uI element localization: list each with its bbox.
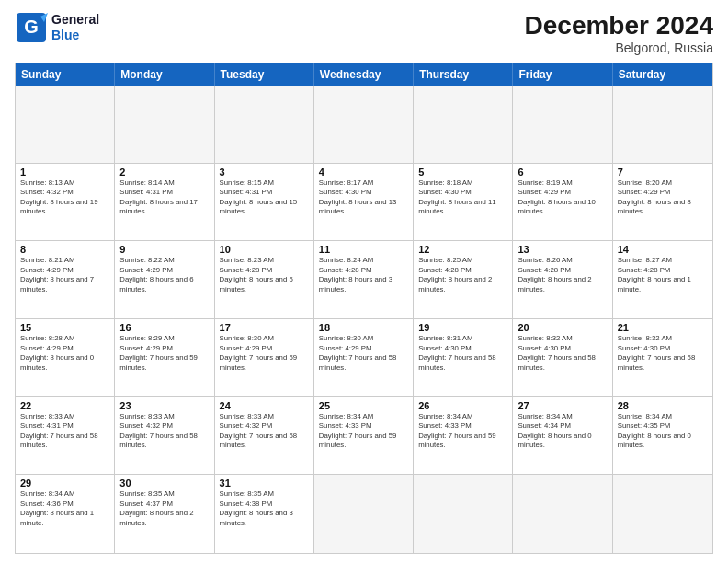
calendar-cell: 25Sunrise: 8:34 AMSunset: 4:33 PMDayligh… (314, 397, 414, 475)
cell-info: Sunrise: 8:30 AMSunset: 4:29 PMDaylight:… (220, 334, 309, 373)
day-number: 23 (119, 400, 209, 411)
calendar-cell: 27Sunrise: 8:34 AMSunset: 4:34 PMDayligh… (513, 397, 612, 475)
calendar-cell (314, 475, 414, 553)
cell-info: Sunrise: 8:17 AMSunset: 4:30 PMDaylight:… (319, 178, 408, 217)
header-day-saturday: Saturday (613, 63, 712, 86)
calendar-cell: 23Sunrise: 8:33 AMSunset: 4:32 PMDayligh… (115, 397, 214, 475)
header-day-sunday: Sunday (16, 63, 115, 86)
day-number: 19 (418, 322, 507, 333)
cell-info: Sunrise: 8:33 AMSunset: 4:31 PMDaylight:… (20, 412, 109, 451)
header-day-monday: Monday (115, 63, 214, 86)
day-number: 28 (618, 400, 708, 411)
logo-text-block: General Blue (51, 12, 99, 43)
header-day-tuesday: Tuesday (215, 63, 314, 86)
calendar-cell: 2Sunrise: 8:14 AMSunset: 4:31 PMDaylight… (115, 164, 214, 241)
cell-info: Sunrise: 8:22 AMSunset: 4:29 PMDaylight:… (119, 256, 209, 294)
calendar-cell (115, 86, 214, 163)
cell-info: Sunrise: 8:20 AMSunset: 4:29 PMDaylight:… (618, 178, 708, 217)
day-number: 27 (518, 400, 607, 411)
cell-info: Sunrise: 8:25 AMSunset: 4:28 PMDaylight:… (418, 256, 507, 294)
day-number: 21 (618, 322, 708, 333)
day-number: 9 (119, 244, 209, 255)
day-number: 14 (618, 244, 708, 255)
header-day-friday: Friday (513, 63, 612, 86)
day-number: 5 (418, 167, 507, 178)
day-number: 1 (20, 167, 109, 178)
cell-info: Sunrise: 8:34 AMSunset: 4:34 PMDaylight:… (518, 412, 607, 451)
location-title: Belgorod, Russia (525, 40, 713, 55)
day-number: 6 (518, 167, 607, 178)
cell-info: Sunrise: 8:19 AMSunset: 4:29 PMDaylight:… (518, 178, 607, 217)
header-day-wednesday: Wednesday (314, 63, 414, 86)
day-number: 22 (20, 400, 109, 411)
calendar-cell: 5Sunrise: 8:18 AMSunset: 4:30 PMDaylight… (414, 164, 513, 241)
day-number: 10 (220, 244, 309, 255)
calendar-cell: 7Sunrise: 8:20 AMSunset: 4:29 PMDaylight… (613, 164, 712, 241)
calendar-cell: 6Sunrise: 8:19 AMSunset: 4:29 PMDaylight… (513, 164, 612, 241)
cell-info: Sunrise: 8:34 AMSunset: 4:33 PMDaylight:… (418, 412, 507, 451)
title-block: December 2024 Belgorod, Russia (525, 11, 713, 55)
cell-info: Sunrise: 8:31 AMSunset: 4:30 PMDaylight:… (418, 334, 507, 373)
calendar-cell: 28Sunrise: 8:34 AMSunset: 4:35 PMDayligh… (613, 397, 712, 475)
cell-info: Sunrise: 8:33 AMSunset: 4:32 PMDaylight:… (220, 412, 309, 451)
cell-info: Sunrise: 8:28 AMSunset: 4:29 PMDaylight:… (20, 334, 109, 373)
calendar-row-4: 22Sunrise: 8:33 AMSunset: 4:31 PMDayligh… (16, 397, 712, 476)
calendar-body: 1Sunrise: 8:13 AMSunset: 4:32 PMDaylight… (16, 86, 712, 553)
calendar-row-0 (16, 86, 712, 164)
calendar-cell: 8Sunrise: 8:21 AMSunset: 4:29 PMDaylight… (16, 241, 115, 318)
calendar-cell: 13Sunrise: 8:26 AMSunset: 4:28 PMDayligh… (513, 241, 612, 318)
cell-info: Sunrise: 8:34 AMSunset: 4:36 PMDaylight:… (20, 489, 109, 528)
day-number: 26 (418, 400, 507, 411)
calendar-cell: 10Sunrise: 8:23 AMSunset: 4:28 PMDayligh… (215, 241, 314, 318)
day-number: 7 (618, 167, 708, 178)
calendar-cell: 31Sunrise: 8:35 AMSunset: 4:38 PMDayligh… (215, 475, 314, 553)
calendar-cell: 14Sunrise: 8:27 AMSunset: 4:28 PMDayligh… (613, 241, 712, 318)
calendar-cell: 26Sunrise: 8:34 AMSunset: 4:33 PMDayligh… (414, 397, 513, 475)
logo: G General Blue (15, 11, 99, 44)
header-day-thursday: Thursday (414, 63, 513, 86)
cell-info: Sunrise: 8:26 AMSunset: 4:28 PMDaylight:… (518, 256, 607, 294)
day-number: 30 (119, 477, 209, 488)
calendar-cell: 11Sunrise: 8:24 AMSunset: 4:28 PMDayligh… (314, 241, 414, 318)
cell-info: Sunrise: 8:32 AMSunset: 4:30 PMDaylight:… (618, 334, 708, 373)
calendar-cell: 3Sunrise: 8:15 AMSunset: 4:31 PMDaylight… (215, 164, 314, 241)
day-number: 8 (20, 244, 109, 255)
cell-info: Sunrise: 8:34 AMSunset: 4:33 PMDaylight:… (319, 412, 408, 451)
calendar-cell: 22Sunrise: 8:33 AMSunset: 4:31 PMDayligh… (16, 397, 115, 475)
day-number: 17 (220, 322, 309, 333)
calendar-cell (414, 475, 513, 553)
day-number: 31 (220, 477, 309, 488)
calendar-cell (414, 86, 513, 163)
day-number: 3 (220, 167, 309, 178)
calendar-row-3: 15Sunrise: 8:28 AMSunset: 4:29 PMDayligh… (16, 319, 712, 397)
cell-info: Sunrise: 8:21 AMSunset: 4:29 PMDaylight:… (20, 256, 109, 294)
day-number: 15 (20, 322, 109, 333)
cell-info: Sunrise: 8:33 AMSunset: 4:32 PMDaylight:… (119, 412, 209, 451)
logo-line1: General (51, 12, 99, 28)
cell-info: Sunrise: 8:14 AMSunset: 4:31 PMDaylight:… (119, 178, 209, 217)
calendar-cell (613, 475, 712, 553)
svg-text:G: G (24, 17, 39, 37)
day-number: 24 (220, 400, 309, 411)
calendar-cell (613, 86, 712, 163)
day-number: 2 (119, 167, 209, 178)
logo-line2: Blue (51, 28, 79, 43)
day-number: 4 (319, 167, 408, 178)
calendar-cell: 19Sunrise: 8:31 AMSunset: 4:30 PMDayligh… (414, 319, 513, 396)
calendar-cell: 18Sunrise: 8:30 AMSunset: 4:29 PMDayligh… (314, 319, 414, 396)
day-number: 16 (119, 322, 209, 333)
calendar-cell (314, 86, 414, 163)
month-title: December 2024 (525, 11, 713, 40)
calendar-row-5: 29Sunrise: 8:34 AMSunset: 4:36 PMDayligh… (16, 475, 712, 553)
calendar-cell: 29Sunrise: 8:34 AMSunset: 4:36 PMDayligh… (16, 475, 115, 553)
calendar-cell (16, 86, 115, 163)
cell-info: Sunrise: 8:35 AMSunset: 4:37 PMDaylight:… (119, 489, 209, 528)
cell-info: Sunrise: 8:13 AMSunset: 4:32 PMDaylight:… (20, 178, 109, 217)
calendar-cell: 16Sunrise: 8:29 AMSunset: 4:29 PMDayligh… (115, 319, 214, 396)
day-number: 12 (418, 244, 507, 255)
calendar-cell: 9Sunrise: 8:22 AMSunset: 4:29 PMDaylight… (115, 241, 214, 318)
calendar-cell: 17Sunrise: 8:30 AMSunset: 4:29 PMDayligh… (215, 319, 314, 396)
calendar-header: SundayMondayTuesdayWednesdayThursdayFrid… (16, 63, 712, 86)
calendar-cell: 4Sunrise: 8:17 AMSunset: 4:30 PMDaylight… (314, 164, 414, 241)
calendar-cell: 1Sunrise: 8:13 AMSunset: 4:32 PMDaylight… (16, 164, 115, 241)
